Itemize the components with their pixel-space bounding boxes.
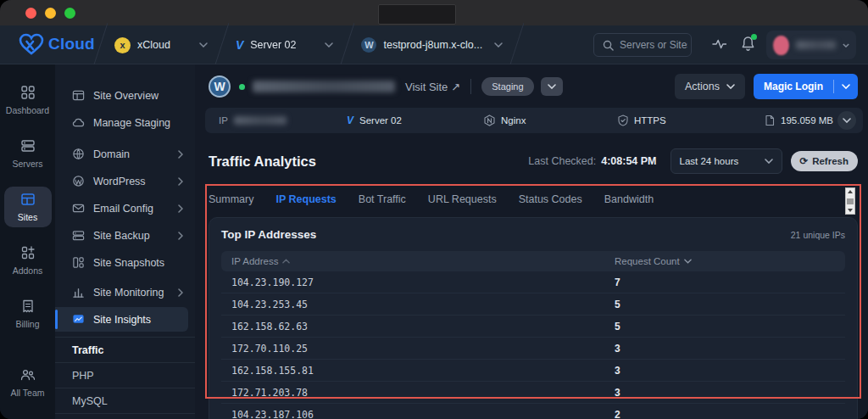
search-input[interactable]: [620, 39, 687, 51]
menu-label: WordPress: [93, 176, 170, 187]
submenu-item-mysql[interactable]: MySQL: [55, 388, 195, 414]
chevron-down-icon: [494, 42, 503, 47]
menu-label: Site Backup: [93, 230, 170, 242]
column-request-count[interactable]: Request Count: [615, 256, 835, 266]
table-row[interactable]: 162.158.62.635: [221, 316, 845, 338]
sidebar-item-dashboard[interactable]: Dashboard: [4, 80, 52, 120]
menu-item-site-backup[interactable]: Site Backup: [55, 223, 195, 248]
tab-ip-requests[interactable]: IP Requests: [275, 193, 336, 205]
count-cell: 5: [615, 299, 835, 310]
close-window-button[interactable]: [25, 8, 36, 19]
submenu-label: PHP: [72, 370, 94, 382]
workspace-icon: x: [114, 37, 131, 53]
visit-site-label: Visit Site: [405, 81, 448, 93]
time-range-value: Last 24 hours: [680, 156, 739, 166]
submenu-item-traffic[interactable]: Traffic: [55, 338, 195, 363]
menu-label: Site Overview: [93, 90, 183, 102]
scroll-thumb[interactable]: [847, 198, 854, 204]
ip-cell: 172.71.203.78: [231, 387, 615, 399]
menu-label: Manage Staging: [93, 117, 183, 129]
sidebar-label: Addons: [13, 265, 43, 276]
menu-item-site-monitoring[interactable]: Site Monitoring: [55, 280, 195, 304]
sidebar-item-billing[interactable]: Billing: [4, 293, 52, 334]
refresh-icon: ⟳: [800, 155, 809, 167]
scroll-down-icon[interactable]: [848, 209, 853, 212]
breadcrumb-site[interactable]: W testprod-j8um.x-clo...: [348, 25, 516, 64]
infobar-expand-button[interactable]: [837, 111, 856, 130]
magic-login-label: Magic Login: [754, 81, 833, 92]
staging-badge: Staging: [481, 77, 533, 96]
sidebar-item-servers[interactable]: Servers: [4, 133, 52, 174]
submenu-label: Traffic: [72, 344, 104, 356]
table-row[interactable]: 172.71.203.783: [221, 382, 845, 404]
magic-login-button[interactable]: Magic Login: [754, 74, 858, 99]
addons-icon: [20, 245, 36, 260]
tab-url-requests[interactable]: URL Requests: [428, 193, 497, 205]
site-header: W Visit Site ↗ Staging Actions Magic Lo: [209, 73, 858, 100]
zoom-window-button[interactable]: [64, 8, 75, 19]
sidebar-item-addons[interactable]: Addons: [4, 240, 52, 281]
time-range-select[interactable]: Last 24 hours: [670, 148, 782, 174]
scrollbar[interactable]: [845, 187, 855, 215]
submenu-item-php[interactable]: PHP: [55, 363, 195, 388]
breadcrumb-site-label: testprod-j8um.x-clo...: [383, 39, 482, 51]
site-menu: Site Overview Manage Staging Domain Word…: [55, 64, 195, 419]
webserver-name: Nginx: [501, 115, 526, 126]
user-menu[interactable]: [766, 31, 856, 59]
menu-item-email-config[interactable]: Email Config: [55, 196, 195, 221]
activity-icon[interactable]: [712, 37, 726, 51]
search-input-wrap: [593, 33, 692, 57]
xcloud-logo[interactable]: Cloud: [19, 33, 95, 55]
table-row[interactable]: 172.70.110.253: [221, 338, 845, 360]
info-ip: IP: [219, 108, 287, 133]
menu-label: Site Insights: [93, 314, 176, 326]
breadcrumb-workspace[interactable]: x xCloud: [101, 25, 221, 64]
analytics-tabs: Summary IP Requests Bot Traffic URL Requ…: [209, 188, 654, 210]
vultr-icon: V: [347, 115, 353, 126]
visit-site-link[interactable]: Visit Site ↗: [405, 81, 460, 93]
actions-button[interactable]: Actions: [675, 74, 745, 99]
notifications-bell[interactable]: [741, 36, 755, 52]
refresh-button[interactable]: ⟳ Refresh: [791, 151, 858, 171]
column-ip-address[interactable]: IP Address: [231, 256, 615, 266]
server-name: Server 02: [359, 115, 402, 126]
scroll-up-icon[interactable]: [848, 190, 853, 193]
tab-status-codes[interactable]: Status Codes: [519, 193, 582, 205]
staging-chevron-button[interactable]: [541, 77, 563, 96]
menu-item-site-snapshots[interactable]: Site Snapshots: [55, 250, 195, 275]
count-cell: 5: [615, 321, 835, 332]
tab-summary[interactable]: Summary: [209, 193, 253, 205]
sidebar-item-support[interactable]: Support: [4, 416, 52, 419]
tab-bot-traffic[interactable]: Bot Traffic: [359, 193, 406, 205]
menu-item-site-insights[interactable]: Site Insights: [55, 307, 188, 332]
servers-icon: [20, 138, 36, 154]
chevron-down-icon: [765, 159, 773, 164]
titlebar: [0, 0, 868, 25]
table-row[interactable]: 162.158.155.813: [221, 360, 845, 382]
table-row[interactable]: 104.23.253.455: [221, 293, 845, 316]
menu-item-wordpress[interactable]: WordPress: [55, 169, 195, 193]
sites-icon: [20, 192, 36, 207]
table-row[interactable]: 104.23.187.1062: [221, 404, 845, 419]
breadcrumb-server[interactable]: V Server 02: [222, 25, 348, 64]
menu-item-site-overview[interactable]: Site Overview: [55, 83, 195, 108]
table-row[interactable]: 104.23.190.1277: [221, 271, 845, 293]
magic-login-chevron[interactable]: [833, 80, 858, 93]
tab-bandwidth[interactable]: Bandwidth: [604, 193, 654, 205]
sidebar-label: Sites: [18, 212, 37, 222]
ip-cell: 162.158.62.63: [231, 321, 615, 332]
xcloud-logo-icon: [19, 33, 44, 55]
sidebar-item-all-team[interactable]: All Team: [4, 362, 52, 403]
minimize-window-button[interactable]: [45, 8, 56, 19]
user-name-redacted: [796, 41, 836, 49]
last-checked-value: 4:08:54 PM: [601, 155, 656, 167]
chevron-right-icon: [178, 232, 183, 240]
menu-item-domain[interactable]: Domain: [55, 142, 195, 166]
sidebar-item-sites[interactable]: Sites: [4, 187, 52, 227]
actions-label: Actions: [685, 81, 720, 92]
backup-icon: [72, 229, 85, 242]
menu-item-manage-staging[interactable]: Manage Staging: [55, 110, 195, 135]
count-cell: 3: [615, 387, 835, 399]
sort-asc-icon: [282, 259, 290, 264]
vultr-icon: V: [236, 38, 243, 52]
